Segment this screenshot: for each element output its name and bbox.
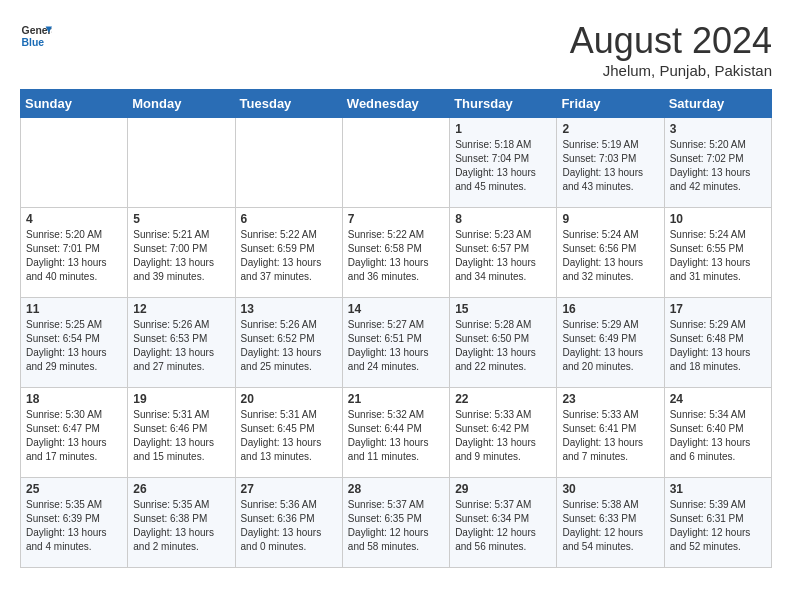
day-info: Sunrise: 5:18 AMSunset: 7:04 PMDaylight:… xyxy=(455,138,551,194)
day-number: 18 xyxy=(26,392,122,406)
day-number: 27 xyxy=(241,482,337,496)
day-number: 23 xyxy=(562,392,658,406)
day-info: Sunrise: 5:29 AMSunset: 6:49 PMDaylight:… xyxy=(562,318,658,374)
day-info: Sunrise: 5:25 AMSunset: 6:54 PMDaylight:… xyxy=(26,318,122,374)
day-info: Sunrise: 5:20 AMSunset: 7:01 PMDaylight:… xyxy=(26,228,122,284)
day-info: Sunrise: 5:31 AMSunset: 6:45 PMDaylight:… xyxy=(241,408,337,464)
day-info: Sunrise: 5:33 AMSunset: 6:42 PMDaylight:… xyxy=(455,408,551,464)
day-number: 8 xyxy=(455,212,551,226)
day-info: Sunrise: 5:22 AMSunset: 6:59 PMDaylight:… xyxy=(241,228,337,284)
day-info: Sunrise: 5:32 AMSunset: 6:44 PMDaylight:… xyxy=(348,408,444,464)
calendar-cell: 31Sunrise: 5:39 AMSunset: 6:31 PMDayligh… xyxy=(664,478,771,568)
weekday-header-row: SundayMondayTuesdayWednesdayThursdayFrid… xyxy=(21,90,772,118)
day-info: Sunrise: 5:23 AMSunset: 6:57 PMDaylight:… xyxy=(455,228,551,284)
location-subtitle: Jhelum, Punjab, Pakistan xyxy=(570,62,772,79)
day-info: Sunrise: 5:20 AMSunset: 7:02 PMDaylight:… xyxy=(670,138,766,194)
calendar-cell: 28Sunrise: 5:37 AMSunset: 6:35 PMDayligh… xyxy=(342,478,449,568)
day-info: Sunrise: 5:39 AMSunset: 6:31 PMDaylight:… xyxy=(670,498,766,554)
day-number: 2 xyxy=(562,122,658,136)
day-number: 22 xyxy=(455,392,551,406)
day-number: 19 xyxy=(133,392,229,406)
day-info: Sunrise: 5:22 AMSunset: 6:58 PMDaylight:… xyxy=(348,228,444,284)
calendar-cell: 7Sunrise: 5:22 AMSunset: 6:58 PMDaylight… xyxy=(342,208,449,298)
day-number: 4 xyxy=(26,212,122,226)
day-number: 16 xyxy=(562,302,658,316)
day-info: Sunrise: 5:27 AMSunset: 6:51 PMDaylight:… xyxy=(348,318,444,374)
calendar-cell: 18Sunrise: 5:30 AMSunset: 6:47 PMDayligh… xyxy=(21,388,128,478)
weekday-header: Sunday xyxy=(21,90,128,118)
day-info: Sunrise: 5:24 AMSunset: 6:56 PMDaylight:… xyxy=(562,228,658,284)
day-info: Sunrise: 5:36 AMSunset: 6:36 PMDaylight:… xyxy=(241,498,337,554)
day-number: 26 xyxy=(133,482,229,496)
day-number: 11 xyxy=(26,302,122,316)
day-number: 25 xyxy=(26,482,122,496)
calendar-cell: 15Sunrise: 5:28 AMSunset: 6:50 PMDayligh… xyxy=(450,298,557,388)
day-number: 28 xyxy=(348,482,444,496)
calendar-cell xyxy=(342,118,449,208)
calendar-cell: 23Sunrise: 5:33 AMSunset: 6:41 PMDayligh… xyxy=(557,388,664,478)
day-info: Sunrise: 5:26 AMSunset: 6:52 PMDaylight:… xyxy=(241,318,337,374)
weekday-header: Thursday xyxy=(450,90,557,118)
day-number: 24 xyxy=(670,392,766,406)
day-number: 29 xyxy=(455,482,551,496)
day-info: Sunrise: 5:30 AMSunset: 6:47 PMDaylight:… xyxy=(26,408,122,464)
page-header: General Blue August 2024 Jhelum, Punjab,… xyxy=(20,20,772,79)
day-info: Sunrise: 5:29 AMSunset: 6:48 PMDaylight:… xyxy=(670,318,766,374)
day-number: 30 xyxy=(562,482,658,496)
calendar-table: SundayMondayTuesdayWednesdayThursdayFrid… xyxy=(20,89,772,568)
calendar-week-row: 4Sunrise: 5:20 AMSunset: 7:01 PMDaylight… xyxy=(21,208,772,298)
calendar-cell: 27Sunrise: 5:36 AMSunset: 6:36 PMDayligh… xyxy=(235,478,342,568)
calendar-cell: 17Sunrise: 5:29 AMSunset: 6:48 PMDayligh… xyxy=(664,298,771,388)
day-info: Sunrise: 5:37 AMSunset: 6:35 PMDaylight:… xyxy=(348,498,444,554)
day-number: 7 xyxy=(348,212,444,226)
day-info: Sunrise: 5:34 AMSunset: 6:40 PMDaylight:… xyxy=(670,408,766,464)
day-info: Sunrise: 5:24 AMSunset: 6:55 PMDaylight:… xyxy=(670,228,766,284)
calendar-cell: 25Sunrise: 5:35 AMSunset: 6:39 PMDayligh… xyxy=(21,478,128,568)
day-number: 31 xyxy=(670,482,766,496)
calendar-cell: 9Sunrise: 5:24 AMSunset: 6:56 PMDaylight… xyxy=(557,208,664,298)
calendar-cell: 1Sunrise: 5:18 AMSunset: 7:04 PMDaylight… xyxy=(450,118,557,208)
calendar-cell: 12Sunrise: 5:26 AMSunset: 6:53 PMDayligh… xyxy=(128,298,235,388)
calendar-cell: 16Sunrise: 5:29 AMSunset: 6:49 PMDayligh… xyxy=(557,298,664,388)
calendar-week-row: 11Sunrise: 5:25 AMSunset: 6:54 PMDayligh… xyxy=(21,298,772,388)
calendar-cell: 8Sunrise: 5:23 AMSunset: 6:57 PMDaylight… xyxy=(450,208,557,298)
calendar-cell: 21Sunrise: 5:32 AMSunset: 6:44 PMDayligh… xyxy=(342,388,449,478)
day-number: 5 xyxy=(133,212,229,226)
weekday-header: Tuesday xyxy=(235,90,342,118)
day-number: 3 xyxy=(670,122,766,136)
day-number: 14 xyxy=(348,302,444,316)
calendar-cell: 30Sunrise: 5:38 AMSunset: 6:33 PMDayligh… xyxy=(557,478,664,568)
day-number: 10 xyxy=(670,212,766,226)
calendar-cell: 3Sunrise: 5:20 AMSunset: 7:02 PMDaylight… xyxy=(664,118,771,208)
day-number: 15 xyxy=(455,302,551,316)
calendar-cell: 26Sunrise: 5:35 AMSunset: 6:38 PMDayligh… xyxy=(128,478,235,568)
calendar-week-row: 25Sunrise: 5:35 AMSunset: 6:39 PMDayligh… xyxy=(21,478,772,568)
weekday-header: Wednesday xyxy=(342,90,449,118)
day-number: 17 xyxy=(670,302,766,316)
day-info: Sunrise: 5:35 AMSunset: 6:38 PMDaylight:… xyxy=(133,498,229,554)
month-title: August 2024 xyxy=(570,20,772,62)
calendar-cell: 24Sunrise: 5:34 AMSunset: 6:40 PMDayligh… xyxy=(664,388,771,478)
day-number: 13 xyxy=(241,302,337,316)
day-number: 9 xyxy=(562,212,658,226)
calendar-cell: 13Sunrise: 5:26 AMSunset: 6:52 PMDayligh… xyxy=(235,298,342,388)
day-info: Sunrise: 5:33 AMSunset: 6:41 PMDaylight:… xyxy=(562,408,658,464)
calendar-cell xyxy=(21,118,128,208)
calendar-cell: 19Sunrise: 5:31 AMSunset: 6:46 PMDayligh… xyxy=(128,388,235,478)
calendar-cell: 14Sunrise: 5:27 AMSunset: 6:51 PMDayligh… xyxy=(342,298,449,388)
day-info: Sunrise: 5:26 AMSunset: 6:53 PMDaylight:… xyxy=(133,318,229,374)
day-info: Sunrise: 5:19 AMSunset: 7:03 PMDaylight:… xyxy=(562,138,658,194)
title-area: August 2024 Jhelum, Punjab, Pakistan xyxy=(570,20,772,79)
calendar-cell: 29Sunrise: 5:37 AMSunset: 6:34 PMDayligh… xyxy=(450,478,557,568)
calendar-cell: 10Sunrise: 5:24 AMSunset: 6:55 PMDayligh… xyxy=(664,208,771,298)
calendar-cell xyxy=(128,118,235,208)
logo-icon: General Blue xyxy=(20,20,52,52)
day-number: 21 xyxy=(348,392,444,406)
weekday-header: Friday xyxy=(557,90,664,118)
calendar-cell: 5Sunrise: 5:21 AMSunset: 7:00 PMDaylight… xyxy=(128,208,235,298)
weekday-header: Saturday xyxy=(664,90,771,118)
day-info: Sunrise: 5:35 AMSunset: 6:39 PMDaylight:… xyxy=(26,498,122,554)
calendar-cell: 20Sunrise: 5:31 AMSunset: 6:45 PMDayligh… xyxy=(235,388,342,478)
calendar-cell: 4Sunrise: 5:20 AMSunset: 7:01 PMDaylight… xyxy=(21,208,128,298)
day-number: 20 xyxy=(241,392,337,406)
